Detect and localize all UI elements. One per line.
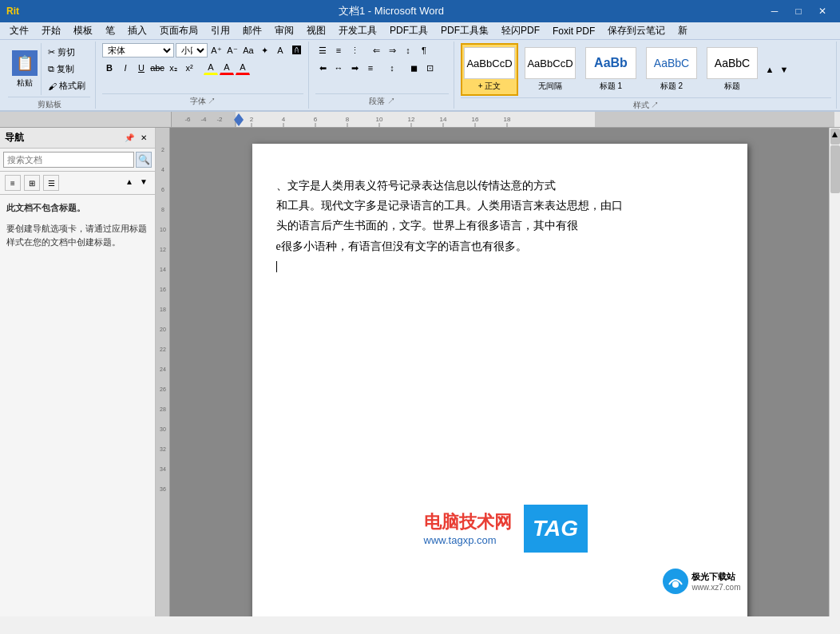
multilevel-button[interactable]: ⋮ (347, 43, 362, 57)
copy-button[interactable]: ⧉ 复制 (45, 61, 89, 77)
menu-save-cloud[interactable]: 保存到云笔记 (601, 22, 672, 40)
superscript-button[interactable]: x² (182, 61, 196, 75)
subscript-button[interactable]: x₂ (166, 61, 180, 75)
menu-layout[interactable]: 页面布局 (153, 22, 204, 40)
menu-template[interactable]: 模板 (67, 22, 99, 40)
svg-text:36: 36 (160, 486, 166, 492)
clipboard-label: 剪贴板 (8, 97, 90, 110)
style-title-button[interactable]: AaBbC 标题 (703, 43, 761, 96)
strikethrough-button[interactable]: abc (150, 61, 164, 75)
svg-text:12: 12 (408, 116, 415, 123)
close-button[interactable]: ✕ (811, 3, 834, 19)
grow-font-button[interactable]: A⁺ (209, 43, 224, 57)
menu-lightpdf[interactable]: 轻闪PDF (495, 22, 546, 40)
maximize-button[interactable]: □ (787, 3, 810, 19)
decrease-indent-button[interactable]: ⇐ (369, 43, 383, 57)
shading-button[interactable]: A (220, 61, 234, 75)
align-left-button[interactable]: ⬅ (315, 61, 330, 75)
shading-para-button[interactable]: ◼ (406, 61, 421, 75)
svg-text:6: 6 (314, 116, 318, 123)
show-marks-button[interactable]: ¶ (417, 43, 431, 57)
nav-search-button[interactable]: 🔍 (136, 152, 152, 168)
menu-references[interactable]: 引用 (204, 22, 236, 40)
menu-pdf-tools[interactable]: PDF工具集 (434, 22, 495, 40)
menu-view[interactable]: 视图 (300, 22, 332, 40)
svg-text:10: 10 (376, 116, 383, 123)
menu-review[interactable]: 审阅 (268, 22, 300, 40)
justify-button[interactable]: ≡ (363, 61, 378, 75)
menu-bar: 文件 开始 模板 笔 插入 页面布局 引用 邮件 审阅 视图 开发工具 PDF工… (0, 22, 840, 40)
italic-button[interactable]: I (118, 61, 133, 75)
numbering-button[interactable]: ≡ (331, 43, 346, 57)
nav-up-button[interactable]: ▲ (123, 175, 136, 188)
style-heading1-button[interactable]: AaBb 标题 1 (582, 43, 640, 96)
paste-button[interactable]: 📋 粘贴 (8, 43, 42, 95)
cut-button[interactable]: ✂ 剪切 (45, 45, 89, 60)
minimize-button[interactable]: ─ (763, 3, 786, 19)
text-special-button[interactable]: A (273, 43, 287, 57)
clear-format-button[interactable]: ✦ (257, 43, 271, 57)
clipboard-small-buttons: ✂ 剪切 ⧉ 复制 🖌 格式刷 (43, 43, 90, 95)
window-controls: ─ □ ✕ (763, 3, 834, 19)
style-heading2-button[interactable]: AaBbC 标题 2 (643, 43, 700, 96)
underline-button[interactable]: U (134, 61, 149, 75)
nav-pages-view[interactable]: ⊞ (24, 175, 40, 191)
styles-dialog-launcher[interactable]: ↗ (651, 101, 659, 109)
menu-new[interactable]: 新 (672, 22, 694, 40)
document-text: 、文字是人类用表义符号记录表达信息以传情达意的方式 和工具。现代文字多是记录语言… (276, 176, 707, 276)
font-size-select[interactable]: 小四 (176, 43, 208, 57)
align-center-button[interactable]: ↔ (331, 61, 346, 75)
nav-close-button[interactable]: ✕ (137, 132, 150, 145)
watermark-site-name: 电脑技术网 (424, 510, 512, 534)
font-color-button[interactable]: A (236, 61, 250, 75)
style-heading2-label: 标题 2 (660, 81, 683, 92)
change-case-button[interactable]: Aa (241, 43, 256, 57)
horizontal-ruler: 2 4 6 8 10 12 14 16 18 -2 -4 -6 (172, 112, 840, 128)
styles-scroll-down[interactable]: ▼ (779, 43, 790, 96)
bullets-button[interactable]: ☰ (315, 43, 330, 57)
nav-search-area: 🔍 (0, 149, 155, 172)
styles-scroll-up[interactable]: ▲ (764, 43, 775, 96)
menu-pdf[interactable]: PDF工具 (383, 22, 434, 40)
menu-foxit[interactable]: Foxit PDF (546, 22, 601, 40)
document-area[interactable]: 、文字是人类用表义符号记录表达信息以传情达意的方式 和工具。现代文字多是记录语言… (170, 128, 829, 616)
style-nospace-button[interactable]: AaBbCcD 无间隔 (521, 43, 579, 96)
menu-file[interactable]: 文件 (3, 22, 35, 40)
vertical-scrollbar[interactable]: ▲ (829, 128, 840, 616)
scrollbar-up-arrow[interactable]: ▲ (830, 129, 840, 145)
paste-icon: 📋 (12, 50, 38, 76)
sort-button[interactable]: ↕ (401, 43, 415, 57)
para-dialog-launcher[interactable]: ↗ (387, 97, 395, 105)
nav-controls: 📌 ✕ (123, 132, 150, 145)
menu-home[interactable]: 开始 (35, 22, 67, 40)
increase-indent-button[interactable]: ⇒ (385, 43, 399, 57)
svg-text:18: 18 (504, 116, 511, 123)
nav-results-view[interactable]: ☰ (43, 175, 59, 191)
menu-dev[interactable]: 开发工具 (332, 22, 383, 40)
nav-pin-button[interactable]: 📌 (123, 132, 136, 145)
shrink-font-button[interactable]: A⁻ (225, 43, 240, 57)
ribbon: 📋 粘贴 ✂ 剪切 ⧉ 复制 🖌 格式刷 (0, 40, 840, 112)
text-highlight-button[interactable]: A (204, 61, 218, 75)
ruler-area: 2 4 6 8 10 12 14 16 18 -2 -4 -6 (0, 112, 840, 128)
title-bar: Rit 文档1 - Microsoft Word ─ □ ✕ (0, 0, 840, 22)
nav-headings-view[interactable]: ≡ (5, 175, 21, 191)
format-painter-button[interactable]: 🖌 格式刷 (45, 78, 89, 93)
scrollbar-thumb[interactable] (830, 145, 840, 193)
menu-insert[interactable]: 插入 (121, 22, 153, 40)
font-name-select[interactable]: 宋体 (102, 43, 174, 57)
window-title: 文档1 - Microsoft Word (19, 4, 763, 18)
nav-search-input[interactable] (3, 152, 134, 168)
menu-mail[interactable]: 邮件 (236, 22, 268, 40)
line-spacing-button[interactable]: ↕ (385, 61, 399, 75)
text-cursor (276, 261, 277, 272)
font-dialog-launcher[interactable]: ↗ (208, 97, 216, 105)
borders-button[interactable]: ⊡ (422, 61, 437, 75)
nav-down-button[interactable]: ▼ (137, 175, 150, 188)
nav-header: 导航 📌 ✕ (0, 128, 155, 149)
style-normal-button[interactable]: AaBbCcD + 正文 (461, 43, 518, 96)
menu-pen[interactable]: 笔 (99, 22, 121, 40)
align-right-button[interactable]: ➡ (347, 61, 362, 75)
bold-button[interactable]: B (102, 61, 117, 75)
font-dialog-button[interactable]: 🅰 (289, 43, 303, 57)
